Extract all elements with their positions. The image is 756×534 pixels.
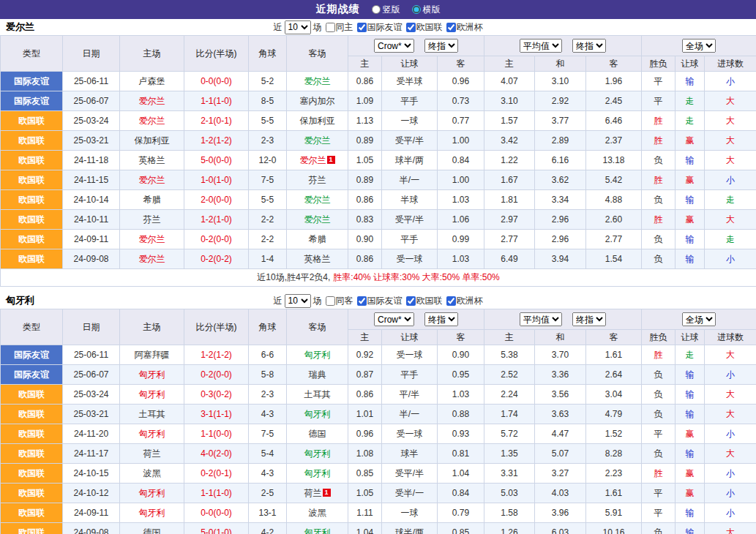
match-score: 1-1(1-0) <box>184 484 249 503</box>
header-date: 日期 <box>63 309 120 345</box>
match-row: 欧国联24-11-18英格兰5-0(0-0)12-0爱尔兰11.05球半/两0.… <box>1 151 756 170</box>
league-filter[interactable]: 欧国联 <box>403 295 443 307</box>
league-filter-label: 国际友谊 <box>367 21 403 34</box>
league-filter[interactable]: 国际友谊 <box>353 295 403 307</box>
euro-away-odds: 10.16 <box>586 523 642 534</box>
asia-handicap: 受一球 <box>382 249 438 269</box>
result-outcome: 负 <box>642 365 675 385</box>
fulltime-select[interactable]: 全场 <box>682 39 716 53</box>
league-filter[interactable]: 欧洲杯 <box>443 21 483 34</box>
result-outcome: 平 <box>642 503 675 523</box>
asia-away-odds: 0.79 <box>438 503 484 523</box>
result-outcome: 胜 <box>642 464 675 484</box>
same-venue-filter[interactable]: 同主 <box>322 21 353 34</box>
asia-handicap: 半/一 <box>382 170 438 190</box>
asia-home-odds: 0.86 <box>348 385 382 405</box>
league-badge: 欧国联 <box>1 230 63 249</box>
euro-away-odds: 2.45 <box>586 91 642 111</box>
match-score: 0-2(0-2) <box>184 249 249 269</box>
header-corner: 角球 <box>249 309 287 345</box>
subheader: 进球数 <box>705 56 756 72</box>
euro-draw-odds: 3.34 <box>535 190 586 210</box>
goals-result: 大 <box>705 91 756 111</box>
horizontal-radio-input[interactable] <box>412 5 421 14</box>
euro-final-select[interactable]: 终指 <box>572 39 606 53</box>
league-filter-checkbox[interactable] <box>406 23 416 32</box>
games-count-select[interactable]: 10 <box>285 20 311 34</box>
asia-handicap: 一球 <box>382 503 438 523</box>
euro-home-odds: 1.57 <box>484 111 535 131</box>
corner-score: 5-5 <box>249 190 287 210</box>
results-table: 类型日期主场比分(半场)角球客场Crow*终指平均值终指全场主让球客主和客胜负让… <box>0 309 756 534</box>
asia-home-odds: 1.05 <box>348 151 382 170</box>
subheader: 胜负 <box>642 330 675 345</box>
games-count-select[interactable]: 10 <box>285 294 311 308</box>
asia-home-odds: 0.86 <box>348 72 382 91</box>
away-team: 英格兰 <box>287 249 348 269</box>
corner-score: 4-2 <box>249 523 287 534</box>
bookmaker-select[interactable]: Crow* <box>374 39 414 53</box>
asia-handicap: 受平/半 <box>382 131 438 151</box>
vertical-radio-label: 竖版 <box>383 4 400 16</box>
layout-radio-vertical[interactable]: 竖版 <box>372 4 400 16</box>
euro-home-odds: 1.67 <box>484 170 535 190</box>
goals-result: 小 <box>705 249 756 269</box>
euro-away-odds: 3.04 <box>586 385 642 405</box>
goals-result: 大 <box>705 345 756 365</box>
euro-away-odds: 6.46 <box>586 111 642 131</box>
league-filter[interactable]: 欧国联 <box>403 21 443 34</box>
handicap-result: 输 <box>675 503 705 523</box>
vertical-radio-input[interactable] <box>372 5 381 14</box>
corner-score: 2-2 <box>249 230 287 249</box>
league-filter-label: 欧洲杯 <box>457 295 483 307</box>
league-filter-checkbox[interactable] <box>357 23 367 32</box>
same-venue-checkbox[interactable] <box>326 23 335 32</box>
layout-radio-horizontal[interactable]: 横版 <box>412 4 441 16</box>
asia-final-select[interactable]: 终指 <box>424 39 458 53</box>
goals-result: 小 <box>705 464 756 484</box>
same-venue-checkbox[interactable] <box>326 296 335 306</box>
away-team: 德国 <box>287 424 348 444</box>
league-filter-checkbox[interactable] <box>446 23 456 32</box>
subheader: 让球 <box>675 56 705 72</box>
handicap-result: 走 <box>675 91 705 111</box>
league-filter-checkbox[interactable] <box>406 296 416 306</box>
league-filter-checkbox[interactable] <box>357 296 367 306</box>
euro-home-odds: 5.38 <box>484 345 535 365</box>
league-filter-checkbox[interactable] <box>446 296 456 306</box>
euro-avg-select[interactable]: 平均值 <box>520 312 562 326</box>
match-date: 24-11-18 <box>63 151 120 170</box>
subheader: 客 <box>586 330 642 345</box>
euro-draw-odds: 5.07 <box>535 444 586 464</box>
away-team: 爱尔兰 <box>287 210 348 230</box>
same-venue-filter[interactable]: 同客 <box>322 295 353 307</box>
asia-final-select[interactable]: 终指 <box>424 312 458 326</box>
league-filter-label: 欧洲杯 <box>457 21 483 34</box>
asia-handicap: 受半/一 <box>382 484 438 503</box>
corner-score: 4-3 <box>249 405 287 424</box>
home-team: 匈牙利 <box>120 503 184 523</box>
league-badge: 欧国联 <box>1 111 63 131</box>
bookmaker-select[interactable]: Crow* <box>374 312 414 326</box>
match-score: 0-2(0-1) <box>184 464 249 484</box>
team-section: 匈牙利近10场同客国际友谊欧国联欧洲杯类型日期主场比分(半场)角球客场Crow*… <box>0 293 756 534</box>
fulltime-header: 全场 <box>642 309 756 330</box>
near-label: 近 <box>274 21 282 34</box>
match-date: 25-06-07 <box>63 91 120 111</box>
league-filter[interactable]: 欧洲杯 <box>443 295 483 307</box>
asia-home-odds: 0.90 <box>348 230 382 249</box>
subheader: 和 <box>535 56 586 72</box>
fulltime-select[interactable]: 全场 <box>682 312 716 326</box>
euro-away-odds: 13.18 <box>586 151 642 170</box>
euro-avg-select[interactable]: 平均值 <box>520 39 562 53</box>
handicap-result: 输 <box>675 72 705 91</box>
euro-home-odds: 3.10 <box>484 91 535 111</box>
league-filter[interactable]: 国际友谊 <box>353 21 403 34</box>
home-team: 希腊 <box>120 190 184 210</box>
euro-away-odds: 1.61 <box>586 345 642 365</box>
euro-draw-odds: 6.03 <box>535 523 586 534</box>
euro-final-select[interactable]: 终指 <box>572 312 606 326</box>
euro-home-odds: 3.31 <box>484 464 535 484</box>
result-outcome: 负 <box>642 405 675 424</box>
subheader: 和 <box>535 330 586 345</box>
